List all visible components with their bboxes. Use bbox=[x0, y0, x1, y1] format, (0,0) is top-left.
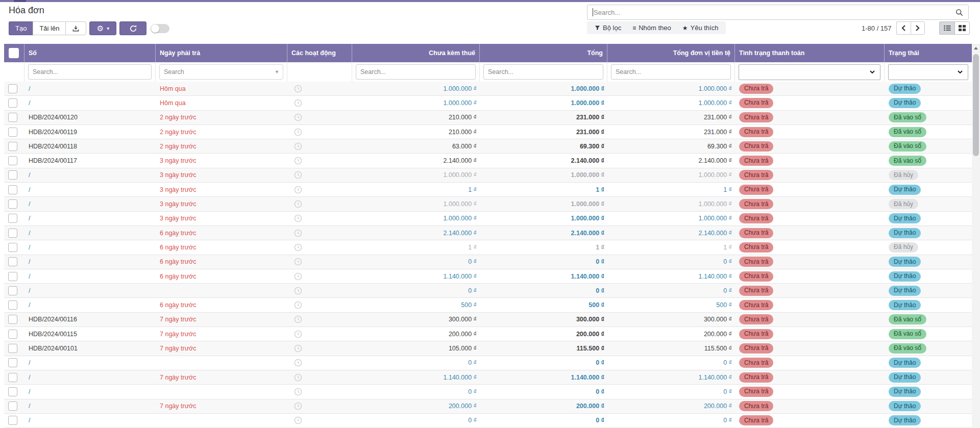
activity-clock-icon[interactable] bbox=[294, 243, 302, 251]
activity-clock-icon[interactable] bbox=[294, 272, 302, 281]
row-checkbox[interactable] bbox=[8, 113, 17, 122]
table-row[interactable]: / 3 ngày trước 1 ₫ 1 ₫ 1 ₫ Chưa trả Dự t… bbox=[4, 183, 972, 197]
row-checkbox[interactable] bbox=[8, 243, 17, 252]
table-row[interactable]: / 7 ngày trước 200.000 ₫ 200.000 ₫ 200.0… bbox=[4, 399, 972, 414]
group-by-button[interactable]: ≡ Nhóm theo bbox=[627, 21, 677, 34]
filters-button[interactable]: Bộ lọc bbox=[589, 21, 627, 34]
col-header-total[interactable]: Tổng bbox=[480, 44, 607, 62]
col-header-number[interactable]: Số bbox=[24, 44, 156, 62]
activity-clock-icon[interactable] bbox=[294, 85, 302, 93]
row-checkbox[interactable] bbox=[8, 358, 17, 367]
list-view-button[interactable] bbox=[939, 21, 954, 35]
table-row[interactable]: HDB/2024/00115 7 ngày trước 200.000 ₫ 20… bbox=[4, 327, 972, 341]
table-row[interactable]: HDB/2024/00101 7 ngày trước 105.000 ₫ 11… bbox=[4, 341, 972, 356]
col-header-due-date[interactable]: Ngày phải trả bbox=[156, 44, 287, 62]
col-header-state[interactable]: Trạng thái bbox=[885, 44, 972, 62]
activity-clock-icon[interactable] bbox=[294, 344, 302, 353]
refresh-button[interactable] bbox=[119, 21, 146, 35]
row-checkbox[interactable] bbox=[8, 185, 17, 194]
table-row[interactable]: HDB/2024/00117 3 ngày trước 2.140.000 ₫ … bbox=[4, 154, 972, 168]
row-checkbox[interactable] bbox=[8, 315, 17, 324]
activity-clock-icon[interactable] bbox=[294, 301, 302, 309]
table-row[interactable]: / 3 ngày trước 1.000.000 ₫ 1.000.000 ₫ 1… bbox=[4, 168, 972, 183]
row-checkbox[interactable] bbox=[8, 300, 17, 310]
scrollbar-thumb[interactable] bbox=[973, 54, 979, 156]
row-checkbox[interactable] bbox=[8, 286, 17, 295]
row-checkbox[interactable] bbox=[8, 156, 17, 165]
select-all-checkbox[interactable] bbox=[9, 48, 19, 58]
row-checkbox[interactable] bbox=[8, 416, 17, 425]
table-row[interactable]: / Hôm qua 1.000.000 ₫ 1.000.000 ₫ 1.000.… bbox=[4, 82, 972, 96]
row-checkbox[interactable] bbox=[8, 199, 17, 209]
table-row[interactable]: / 0 ₫ 0 ₫ 0 ₫ Chưa trả Dự thảo bbox=[4, 385, 972, 399]
col-header-payment-status[interactable]: Tình trạng thanh toán bbox=[735, 44, 885, 62]
filter-state-select[interactable] bbox=[888, 64, 968, 80]
table-row[interactable]: / 3 ngày trước 1.000.000 ₫ 1.000.000 ₫ 1… bbox=[4, 197, 972, 211]
row-checkbox[interactable] bbox=[8, 373, 17, 382]
filter-total-input[interactable] bbox=[483, 64, 603, 80]
row-checkbox[interactable] bbox=[8, 401, 17, 411]
table-row[interactable]: / 0 ₫ 0 ₫ 0 ₫ Chưa trả Dự thảo bbox=[4, 284, 972, 298]
favorites-button[interactable]: ★ Yêu thích bbox=[677, 21, 724, 34]
row-checkbox[interactable] bbox=[8, 214, 17, 223]
activity-clock-icon[interactable] bbox=[294, 128, 302, 136]
upload-button[interactable]: Tải lên bbox=[33, 21, 65, 35]
table-row[interactable]: / 3 ngày trước 1.000.000 ₫ 1.000.000 ₫ 1… bbox=[4, 212, 972, 226]
activity-clock-icon[interactable] bbox=[294, 186, 302, 194]
filter-number-input[interactable] bbox=[28, 64, 152, 80]
row-checkbox[interactable] bbox=[8, 98, 17, 108]
scrollbar-up-arrow-icon[interactable] bbox=[974, 47, 978, 49]
activity-clock-icon[interactable] bbox=[294, 330, 302, 338]
vertical-scrollbar[interactable] bbox=[972, 44, 980, 428]
search-icon[interactable] bbox=[955, 9, 963, 16]
table-row[interactable]: / 0 ₫ 0 ₫ 0 ₫ Chưa trả Dự thảo bbox=[4, 414, 972, 428]
activity-clock-icon[interactable] bbox=[294, 171, 302, 179]
download-button[interactable] bbox=[65, 21, 86, 35]
auto-refresh-toggle[interactable] bbox=[151, 24, 169, 33]
activity-clock-icon[interactable] bbox=[294, 287, 302, 295]
activity-clock-icon[interactable] bbox=[294, 315, 302, 323]
row-checkbox[interactable] bbox=[8, 170, 17, 180]
table-row[interactable]: HDB/2024/00118 2 ngày trước 63.000 ₫ 69.… bbox=[4, 139, 972, 154]
row-checkbox[interactable] bbox=[8, 330, 17, 339]
table-row[interactable]: HDB/2024/00120 2 ngày trước 210.000 ₫ 23… bbox=[4, 111, 972, 125]
row-checkbox[interactable] bbox=[8, 128, 17, 137]
activity-clock-icon[interactable] bbox=[294, 388, 302, 396]
table-row[interactable]: / 7 ngày trước 1.140.000 ₫ 1.140.000 ₫ 1… bbox=[4, 370, 972, 385]
activity-clock-icon[interactable] bbox=[294, 258, 302, 266]
activity-clock-icon[interactable] bbox=[294, 402, 302, 410]
activity-clock-icon[interactable] bbox=[294, 113, 302, 121]
table-row[interactable]: / 0 ₫ 0 ₫ 0 ₫ Chưa trả Dự thảo bbox=[4, 356, 972, 370]
col-header-activities[interactable]: Các hoạt động bbox=[287, 44, 352, 62]
table-row[interactable]: HDB/2024/00119 2 ngày trước 210.000 ₫ 23… bbox=[4, 125, 972, 139]
create-button[interactable]: Tạo bbox=[9, 21, 33, 35]
activity-clock-icon[interactable] bbox=[294, 214, 302, 222]
col-header-untaxed[interactable]: Chưa kèm thuế bbox=[352, 44, 480, 62]
activity-clock-icon[interactable] bbox=[294, 157, 302, 165]
activity-clock-icon[interactable] bbox=[294, 142, 302, 150]
activity-clock-icon[interactable] bbox=[294, 416, 302, 424]
row-checkbox[interactable] bbox=[8, 387, 17, 396]
activity-clock-icon[interactable] bbox=[294, 373, 302, 382]
kanban-view-button[interactable] bbox=[954, 21, 970, 35]
pager-previous-button[interactable] bbox=[896, 21, 911, 35]
table-row[interactable]: / 6 ngày trước 0 ₫ 0 ₫ 0 ₫ Chưa trả Dự t… bbox=[4, 255, 972, 269]
table-row[interactable]: / 6 ngày trước 2.140.000 ₫ 2.140.000 ₫ 2… bbox=[4, 226, 972, 240]
table-row[interactable]: HDB/2024/00116 7 ngày trước 300.000 ₫ 30… bbox=[4, 313, 972, 327]
row-checkbox[interactable] bbox=[8, 257, 17, 266]
row-checkbox[interactable] bbox=[8, 84, 17, 93]
pager-next-button[interactable] bbox=[911, 21, 925, 35]
filter-total-currency-input[interactable] bbox=[611, 64, 731, 80]
activity-clock-icon[interactable] bbox=[294, 99, 302, 107]
filter-due-date-input[interactable] bbox=[159, 64, 283, 80]
global-search-input[interactable]: Search... bbox=[587, 5, 969, 20]
activity-clock-icon[interactable] bbox=[294, 359, 302, 367]
filter-due-date-combobox[interactable]: ▼ bbox=[159, 64, 283, 80]
activity-clock-icon[interactable] bbox=[294, 200, 302, 208]
filter-payment-status-select[interactable] bbox=[739, 64, 880, 80]
row-checkbox[interactable] bbox=[8, 229, 17, 238]
col-header-total-currency[interactable]: Tổng đơn vị tiền tệ bbox=[607, 44, 735, 62]
filter-untaxed-input[interactable] bbox=[356, 64, 476, 80]
table-row[interactable]: / Hôm qua 1.000.000 ₫ 1.000.000 ₫ 1.000.… bbox=[4, 96, 972, 110]
table-row[interactable]: / 6 ngày trước 500 ₫ 500 ₫ 500 ₫ Chưa tr… bbox=[4, 298, 972, 312]
